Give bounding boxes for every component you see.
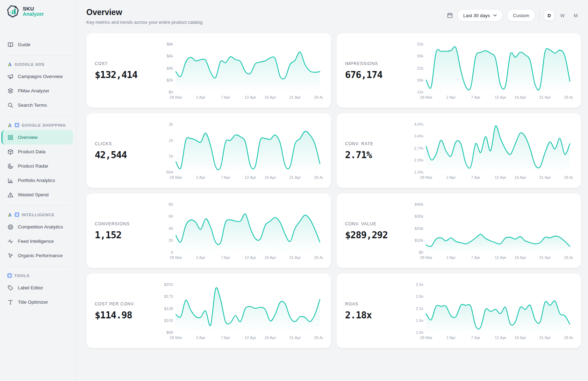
trend-chart-conv-value: $40k$30k$20k$10k$028 Mar2 Apr7 Apr12 Apr… bbox=[407, 200, 573, 261]
metric-value: 676,174 bbox=[345, 69, 407, 80]
header-controls: Last 30 days Custom D W M bbox=[447, 9, 581, 22]
calendar-icon[interactable] bbox=[447, 12, 453, 19]
svg-text:$0: $0 bbox=[419, 250, 423, 254]
shopping-bag-icon bbox=[15, 123, 19, 127]
sidebar-item-guide[interactable]: Guide bbox=[1, 37, 73, 52]
svg-text:4.0%: 4.0% bbox=[414, 122, 423, 126]
sidebar-item-wasted-spend[interactable]: Wasted Spend bbox=[1, 188, 73, 202]
sidebar-item-label: PMax Analyzer bbox=[18, 88, 49, 93]
svg-text:80: 80 bbox=[168, 202, 173, 206]
sidebar-item-label-editor[interactable]: Label Editor bbox=[1, 281, 73, 295]
svg-text:28 Mar: 28 Mar bbox=[420, 175, 432, 179]
book-icon bbox=[7, 42, 14, 48]
sidebar-section-google-shopping: GOOGLE SHOPPING bbox=[0, 120, 76, 130]
svg-text:28 Mar: 28 Mar bbox=[420, 255, 432, 260]
metric-card-cost: COST$132,414$8k$6k$4k$2k$028 Mar2 Apr7 A… bbox=[86, 33, 331, 108]
sidebar-item-portfolio-analytics[interactable]: Portfolio Analytics bbox=[1, 173, 73, 188]
trend-chart-roas: 3.3x2.8x2.2x1.6x1.0x28 Mar2 Apr7 Apr12 A… bbox=[407, 280, 573, 341]
google-ads-icon bbox=[7, 62, 12, 66]
svg-text:20: 20 bbox=[168, 238, 173, 242]
svg-text:26 Apr: 26 Apr bbox=[564, 255, 573, 260]
title-icon bbox=[7, 299, 14, 305]
svg-text:0: 0 bbox=[171, 250, 173, 254]
svg-text:12 Apr: 12 Apr bbox=[495, 255, 506, 260]
svg-text:26 Apr: 26 Apr bbox=[564, 95, 573, 99]
svg-text:7 Apr: 7 Apr bbox=[221, 255, 230, 260]
metric-label: CONV. VALUE bbox=[345, 221, 407, 226]
svg-text:$173: $173 bbox=[164, 294, 173, 298]
svg-text:11k: 11k bbox=[417, 90, 423, 94]
sidebar-item-label: Wasted Spend bbox=[18, 192, 49, 197]
title-block: Overview Key metrics and trends across y… bbox=[86, 8, 202, 25]
megaphone-icon bbox=[7, 73, 14, 80]
sidebar-item-feed-intelligence[interactable]: Feed Intelligence bbox=[1, 234, 73, 248]
metric-label: IMPRESSIONS bbox=[345, 61, 407, 66]
chevron-down-icon bbox=[493, 14, 497, 16]
sidebar-item-label: Overview bbox=[18, 135, 37, 140]
date-range-select[interactable]: Last 30 days bbox=[457, 9, 503, 22]
svg-text:7 Apr: 7 Apr bbox=[221, 95, 230, 99]
granularity-day-button[interactable]: D bbox=[544, 10, 554, 21]
sidebar-item-campaigns-overview[interactable]: Campaigns Overview bbox=[1, 69, 73, 84]
svg-text:2.8x: 2.8x bbox=[416, 294, 423, 298]
activity-icon bbox=[7, 238, 14, 245]
custom-range-button[interactable]: Custom bbox=[507, 9, 535, 22]
metric-card-conv-value: CONV. VALUE$289,292$40k$30k$20k$10k$028 … bbox=[337, 193, 581, 268]
sidebar-nav: Guide GOOGLE ADSCampaigns OverviewPMax A… bbox=[0, 37, 76, 309]
metric-block: CLICKS42,544 bbox=[95, 141, 157, 160]
sidebar-item-title-optimizer[interactable]: Title Optimizer bbox=[1, 295, 73, 309]
svg-text:16 Apr: 16 Apr bbox=[515, 95, 526, 99]
logo-mark-icon bbox=[6, 5, 20, 19]
svg-text:31k: 31k bbox=[417, 42, 423, 46]
trend-chart-cost-per-conv: $202$173$138$103$6828 Mar2 Apr7 Apr12 Ap… bbox=[157, 280, 323, 341]
sidebar-divider bbox=[5, 205, 71, 206]
svg-text:16 Apr: 16 Apr bbox=[515, 255, 526, 260]
trend-chart-conversions: 80604020028 Mar2 Apr7 Apr12 Apr16 Apr21 … bbox=[157, 200, 323, 261]
svg-text:28 Mar: 28 Mar bbox=[420, 336, 432, 340]
svg-text:7 Apr: 7 Apr bbox=[221, 336, 230, 340]
svg-text:16 Apr: 16 Apr bbox=[264, 255, 276, 260]
metric-block: COST$132,414 bbox=[95, 61, 157, 80]
alert-triangle-icon bbox=[7, 192, 14, 198]
svg-text:2 Apr: 2 Apr bbox=[446, 336, 456, 340]
svg-text:$4k: $4k bbox=[166, 66, 173, 70]
trend-chart-clicks: 2k1k1k66428 Mar2 Apr7 Apr12 Apr16 Apr21 … bbox=[157, 120, 323, 181]
svg-text:21 Apr: 21 Apr bbox=[539, 336, 551, 340]
sidebar-item-search-terms[interactable]: Search Terms bbox=[1, 98, 73, 112]
svg-text:12 Apr: 12 Apr bbox=[495, 95, 506, 99]
svg-text:$2k: $2k bbox=[166, 78, 173, 82]
sidebar-item-product-radar[interactable]: Product Radar bbox=[1, 159, 73, 173]
svg-text:12 Apr: 12 Apr bbox=[244, 255, 256, 260]
sidebar-divider bbox=[5, 266, 71, 267]
sidebar-item-label: Search Terms bbox=[18, 103, 47, 108]
svg-text:12 Apr: 12 Apr bbox=[244, 95, 256, 99]
svg-text:7 Apr: 7 Apr bbox=[471, 95, 480, 99]
metric-block: COST PER CONV.$114.98 bbox=[95, 302, 157, 320]
svg-text:28 Mar: 28 Mar bbox=[170, 175, 182, 179]
app-logo[interactable]: SKU Analyzer bbox=[0, 0, 76, 19]
granularity-month-button[interactable]: M bbox=[571, 10, 581, 21]
svg-text:$6k: $6k bbox=[166, 54, 173, 58]
metric-block: CONV. VALUE$289,292 bbox=[345, 221, 407, 240]
svg-text:$0: $0 bbox=[168, 90, 173, 94]
sidebar-item-pmax-analyzer[interactable]: PMax Analyzer bbox=[1, 84, 73, 98]
main-content: Overview Key metrics and trends across y… bbox=[77, 0, 588, 381]
svg-text:$40k: $40k bbox=[415, 202, 423, 206]
sidebar-item-label: Product Data bbox=[18, 149, 45, 154]
sidebar-item-product-data[interactable]: Product Data bbox=[1, 144, 73, 159]
sidebar-item-overview[interactable]: Overview bbox=[1, 130, 73, 144]
metric-value: 42,544 bbox=[95, 149, 157, 160]
svg-text:26k: 26k bbox=[417, 54, 423, 58]
shopping-bag-icon bbox=[15, 212, 19, 217]
sidebar-item-organic-performance[interactable]: Organic Performance bbox=[1, 248, 73, 263]
svg-text:7 Apr: 7 Apr bbox=[471, 175, 480, 179]
sidebar-item-competition-analytics[interactable]: Competition Analytics bbox=[1, 220, 73, 234]
granularity-week-button[interactable]: W bbox=[557, 10, 568, 21]
svg-text:2k: 2k bbox=[169, 122, 173, 126]
svg-text:21 Apr: 21 Apr bbox=[289, 336, 301, 340]
google-ads-icon bbox=[7, 123, 12, 127]
svg-text:21 Apr: 21 Apr bbox=[539, 175, 551, 179]
metric-card-conversions: CONVERSIONS1,15280604020028 Mar2 Apr7 Ap… bbox=[86, 193, 331, 268]
svg-text:2 Apr: 2 Apr bbox=[196, 175, 206, 179]
date-range-value: Last 30 days bbox=[463, 13, 490, 18]
